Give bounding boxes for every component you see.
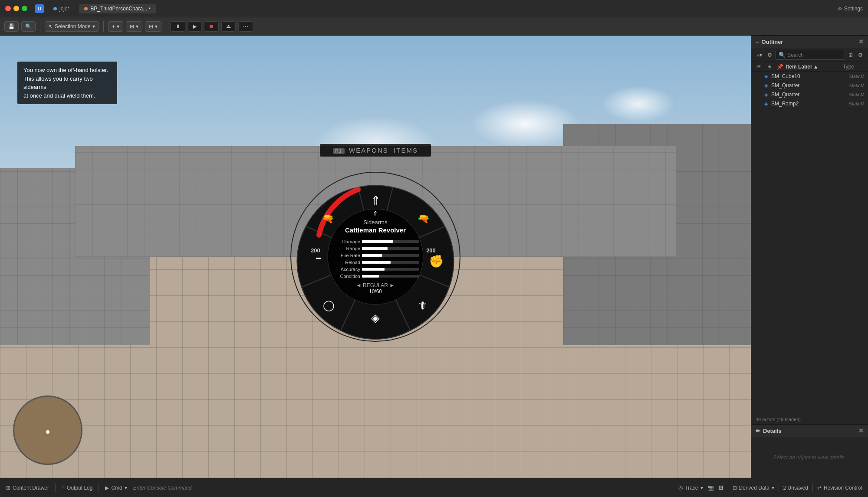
col-type-header: Type xyxy=(828,64,854,70)
outliner-items-list: ◈ SM_Cube10 StaticM ◈ SM_Quarter StaticM… xyxy=(751,72,868,415)
stat-bar-damage xyxy=(362,240,419,243)
titlebar: U jojo* BP_ThirdPersonChara... • ⚙ Setti… xyxy=(0,0,868,17)
minimap-inner xyxy=(14,397,81,464)
details-panel: ✏ Details ✕ Select an object to view det… xyxy=(751,424,868,478)
outliner-header-left: ≡ Outliner xyxy=(756,39,783,45)
screenshot-button[interactable]: 🖼 xyxy=(718,485,723,491)
derived-data-icon: ⊟ xyxy=(733,485,737,491)
close-button[interactable] xyxy=(5,6,11,11)
app-icon: U xyxy=(35,4,44,13)
weapon-name: Cattleman Revolver xyxy=(332,226,419,234)
outliner-filter-button[interactable]: ≡▾ xyxy=(755,51,764,59)
weapon-wheel[interactable]: R1 WEAPONS ITEMS xyxy=(284,166,467,348)
minimize-button[interactable] xyxy=(13,6,19,11)
add-button[interactable]: + ▾ xyxy=(108,21,123,32)
content-drawer-icon: ⊞ xyxy=(6,485,10,491)
col-label-header[interactable]: Item Label ▲ xyxy=(786,64,826,70)
play-icon: ▶ xyxy=(193,23,197,29)
stat-accuracy: Accuracy xyxy=(332,267,419,272)
svg-text:━: ━ xyxy=(316,254,321,263)
list-item[interactable]: ◈ SM_Quarter StaticM xyxy=(751,90,868,99)
ammo-info: ◄ REGULAR ► 10/60 xyxy=(332,282,419,294)
search-box[interactable]: 🔍 xyxy=(776,50,845,60)
unsaved-button[interactable]: 2 Unsaved xyxy=(783,485,808,491)
content-drawer-button[interactable]: ⊞ Content Drawer xyxy=(6,485,49,491)
outliner-settings-button[interactable]: ⚙ xyxy=(766,51,774,59)
list-item[interactable]: ◈ SM_Ramp2 StaticM xyxy=(751,99,868,108)
status-sep-3 xyxy=(728,484,728,492)
derived-data-label: Derived Data xyxy=(739,485,769,491)
status-sep-2 xyxy=(99,484,99,492)
outliner-close-button[interactable]: ✕ xyxy=(858,38,864,45)
details-close-button[interactable]: ✕ xyxy=(858,427,864,434)
settings-button[interactable]: ⚙ Settings xyxy=(838,6,863,12)
ammo-type: ◄ REGULAR ► xyxy=(332,282,419,288)
details-header-left: ✏ Details xyxy=(756,428,782,434)
more-icon: ⋯ xyxy=(243,23,248,29)
minimap xyxy=(13,396,82,465)
play-button[interactable]: ▶ xyxy=(188,21,201,32)
outliner-add-button[interactable]: ⊞ xyxy=(847,51,855,59)
pause-icon: ⏸ xyxy=(175,23,181,29)
toolbar-separator-3 xyxy=(166,21,166,32)
outliner-gear-button[interactable]: ⚙ xyxy=(856,51,865,59)
stat-bar-fill-firerate xyxy=(362,254,382,257)
item-type-3: StaticM xyxy=(838,101,865,106)
wheel-header-text: WEAPONS ITEMS xyxy=(349,147,418,154)
selection-icon: ↖ xyxy=(49,23,53,29)
item-type-1: StaticM xyxy=(838,83,865,88)
snap-button[interactable]: ⊟ ▾ xyxy=(145,21,161,32)
revision-control-button[interactable]: ⇄ Revision Control xyxy=(817,485,862,491)
console-input[interactable] xyxy=(133,485,673,491)
details-title: Details xyxy=(763,428,782,434)
col-pin: 📌 xyxy=(776,64,784,70)
list-item[interactable]: ◈ SM_Cube10 StaticM xyxy=(751,72,868,81)
eject-button[interactable]: ⏏ xyxy=(221,21,236,32)
details-pencil-icon: ✏ xyxy=(756,428,760,434)
wheel-header: R1 WEAPONS ITEMS xyxy=(320,144,431,157)
stat-bar-firerate xyxy=(362,254,419,257)
camera-button[interactable]: 📷 xyxy=(707,485,714,491)
grid-button[interactable]: ⊞ ▾ xyxy=(126,21,142,32)
svg-text:◈: ◈ xyxy=(371,311,380,324)
selection-mode-button[interactable]: ↖ Selection Mode ▾ xyxy=(45,21,99,32)
browse-button[interactable]: 🔍 xyxy=(21,21,36,32)
item-type-0: StaticM xyxy=(838,74,865,79)
stat-bar-range xyxy=(362,247,419,250)
revision-icon: ⇄ xyxy=(817,485,822,491)
traffic-lights xyxy=(5,6,27,11)
fullscreen-button[interactable] xyxy=(22,6,27,11)
stat-label-reload: Reload xyxy=(332,260,360,265)
output-log-button[interactable]: ≡ Output Log xyxy=(62,485,92,491)
trace-button[interactable]: ◎ Trace ▾ xyxy=(678,485,703,491)
search-input[interactable] xyxy=(787,52,842,58)
item-name-3: SM_Ramp2 xyxy=(771,101,837,107)
list-item[interactable]: ◈ SM_Quarter StaticM xyxy=(751,81,868,90)
tab-label-character: BP_ThirdPersonChara... • xyxy=(90,6,150,12)
status-sep-4 xyxy=(779,484,779,492)
stat-bar-fill-range xyxy=(362,247,388,250)
stat-reload: Reload xyxy=(332,260,419,265)
hud-tooltip: You now own the off-hand holster.This al… xyxy=(17,62,117,104)
tab-character[interactable]: BP_ThirdPersonChara... • xyxy=(79,4,155,13)
stat-bar-fill-condition xyxy=(362,275,379,278)
output-log-icon: ≡ xyxy=(62,485,65,491)
stat-label-accuracy: Accuracy xyxy=(332,267,360,272)
cmd-button[interactable]: ▶ Cmd ▾ xyxy=(105,485,127,491)
output-log-label: Output Log xyxy=(67,485,92,491)
stop-button[interactable]: ⏹ xyxy=(204,21,219,32)
svg-text:200: 200 xyxy=(311,247,320,254)
item-icon-0: ◈ xyxy=(764,74,768,79)
save-button[interactable]: 💾 xyxy=(4,21,19,32)
outliner-title: Outliner xyxy=(762,39,783,45)
stat-damage: Damage xyxy=(332,239,419,244)
content-drawer-label: Content Drawer xyxy=(13,485,49,491)
viewport[interactable]: You now own the off-hand holster.This al… xyxy=(0,36,751,478)
pause-button[interactable]: ⏸ xyxy=(171,21,185,32)
tab-label-map: jojo* xyxy=(59,6,69,12)
screenshot-icon: 🖼 xyxy=(718,485,723,491)
eject-icon: ⏏ xyxy=(226,23,231,29)
derived-data-button[interactable]: ⊟ Derived Data ▾ xyxy=(733,485,774,491)
tab-map[interactable]: jojo* xyxy=(48,4,75,13)
more-button[interactable]: ⋯ xyxy=(238,21,253,32)
